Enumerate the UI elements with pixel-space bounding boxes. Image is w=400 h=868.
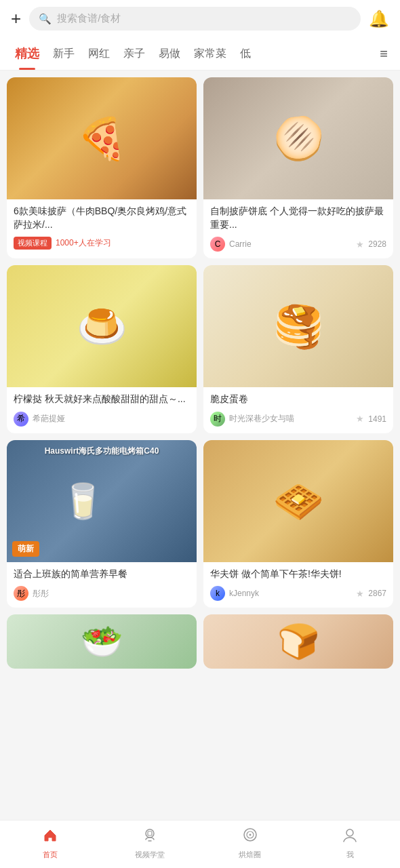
like-count: 2867 (368, 589, 386, 598)
author-name: Carrie (229, 239, 352, 249)
card-title: 脆皮蛋卷 (210, 393, 386, 406)
card-title: 适合上班族的简单营养早餐 (14, 568, 190, 581)
card-body: 柠檬挞 秋天就好来点酸酸甜甜的甜点～... 希 希葩提娅 (7, 387, 197, 433)
avatar: C (210, 237, 225, 252)
author-name: 彤彤 (33, 588, 190, 599)
author-name: 时光深巷少女与喵 (229, 413, 352, 425)
avatar: k (210, 586, 225, 601)
add-button[interactable]: + (11, 8, 21, 29)
bottom-nav-baking[interactable]: 烘焙圈 (200, 826, 300, 860)
card-crepe-roll[interactable]: 脆皮蛋卷 时 时光深巷少女与喵 ★ 1491 (203, 265, 393, 433)
tab-featured[interactable]: 精选 (8, 37, 46, 70)
like-count: 1491 (368, 414, 386, 424)
card-breakfast[interactable]: Hauswirt海氏多功能电烤箱C40 萌新 适合上班族的简单营养早餐 彤 彤彤 (7, 440, 197, 608)
card-title: 自制披萨饼底 个人觉得一款好吃的披萨最重要... (210, 205, 386, 231)
card-title: 柠檬挞 秋天就好来点酸酸甜甜的甜点～... (14, 393, 190, 406)
card-body: 华夫饼 做个简单下午茶!华夫饼! k kJennyk ★ 2867 (203, 562, 393, 608)
card-image-pizza1 (7, 77, 197, 199)
baking-icon (241, 826, 259, 848)
author-name: kJennyk (229, 589, 352, 598)
svg-rect-2 (148, 831, 152, 835)
card-image-bottom1 (7, 614, 197, 669)
avatar: 希 (14, 412, 28, 427)
card-footer: 希 希葩提娅 (14, 412, 190, 427)
card-pizza-course[interactable]: 6款美味披萨（牛肉BBQ/奥尔良烤鸡/意式萨拉米/... 视频课程 1000+人… (7, 77, 197, 258)
search-placeholder: 搜索食谱/食材 (57, 12, 121, 25)
card-title: 6款美味披萨（牛肉BBQ/奥尔良烤鸡/意式萨拉米/... (14, 205, 190, 231)
content-grid: 6款美味披萨（牛肉BBQ/奥尔良烤鸡/意式萨拉米/... 视频课程 1000+人… (0, 71, 400, 614)
nav-more-icon[interactable]: ≡ (376, 38, 392, 70)
search-icon: 🔍 (39, 13, 52, 25)
search-bar[interactable]: 🔍 搜索食谱/食材 (29, 7, 361, 31)
card-image-bottom2 (203, 614, 393, 669)
bottom-nav-me[interactable]: 我 (300, 826, 401, 860)
card-footer: 时 时光深巷少女与喵 ★ 1491 (210, 412, 386, 427)
star-icon: ★ (356, 239, 364, 250)
svg-point-0 (49, 831, 52, 833)
avatar: 彤 (14, 586, 28, 601)
card-partial-left[interactable] (7, 614, 197, 669)
card-body: 脆皮蛋卷 时 时光深巷少女与喵 ★ 1491 (203, 387, 393, 433)
card-pizza-base[interactable]: 自制披萨饼底 个人觉得一款好吃的披萨最重要... C Carrie ★ 2928 (203, 77, 393, 258)
tab-homestyle[interactable]: 家常菜 (187, 39, 233, 69)
svg-point-6 (346, 829, 353, 836)
bottom-nav: 首页 视频学堂 烘焙圈 我 (0, 820, 400, 868)
card-partial-right[interactable] (203, 614, 393, 669)
card-footer: 视频课程 1000+人在学习 (14, 237, 190, 250)
card-image-crepe (203, 265, 393, 387)
card-waffle[interactable]: 华夫饼 做个简单下午茶!华夫饼! k kJennyk ★ 2867 (203, 440, 393, 608)
card-footer: k kJennyk ★ 2867 (210, 586, 386, 601)
nav-tabs: 精选 新手 网红 亲子 易做 家常菜 低 ≡ (0, 37, 400, 71)
avatar: 时 (210, 412, 225, 427)
card-lemon-tart[interactable]: 柠檬挞 秋天就好来点酸酸甜甜的甜点～... 希 希葩提娅 (7, 265, 197, 433)
svg-point-5 (249, 834, 251, 836)
card-body: 自制披萨饼底 个人觉得一款好吃的披萨最重要... C Carrie ★ 2928 (203, 199, 393, 258)
svg-point-1 (146, 829, 154, 837)
video-badge: 视频课程 (14, 237, 52, 250)
baking-label: 烘焙圈 (239, 850, 261, 860)
me-icon (341, 826, 359, 848)
breakfast-image-wrapper: Hauswirt海氏多功能电烤箱C40 萌新 (7, 440, 197, 562)
card-image-waffle (203, 440, 393, 562)
star-icon: ★ (356, 589, 364, 599)
card-image-lemon (7, 265, 197, 387)
tab-family[interactable]: 亲子 (117, 39, 152, 69)
tab-beginner[interactable]: 新手 (46, 39, 81, 69)
video-icon (141, 826, 159, 848)
tab-low[interactable]: 低 (233, 39, 258, 69)
card-title: 华夫饼 做个简单下午茶!华夫饼! (210, 568, 386, 581)
card-footer: C Carrie ★ 2928 (210, 237, 386, 252)
home-label: 首页 (43, 850, 58, 860)
bottom-nav-video[interactable]: 视频学堂 (100, 826, 201, 860)
star-icon: ★ (356, 414, 364, 424)
card-image-pizza2 (203, 77, 393, 199)
like-count: 2928 (368, 239, 386, 249)
card-footer: 彤 彤彤 (14, 586, 190, 601)
tab-easy[interactable]: 易做 (152, 39, 187, 69)
header: + 🔍 搜索食谱/食材 🔔 (0, 0, 400, 37)
bell-icon[interactable]: 🔔 (369, 9, 389, 28)
home-icon (41, 826, 59, 848)
tab-popular[interactable]: 网红 (81, 39, 117, 69)
author-name: 希葩提娅 (33, 413, 190, 425)
me-label: 我 (346, 850, 354, 860)
partial-bottom-row (0, 614, 400, 675)
card-body: 6款美味披萨（牛肉BBQ/奥尔良烤鸡/意式萨拉米/... 视频课程 1000+人… (7, 199, 197, 256)
meng-xin-badge: 萌新 (12, 541, 39, 557)
video-label: 视频学堂 (135, 850, 165, 860)
card-body: 适合上班族的简单营养早餐 彤 彤彤 (7, 562, 197, 608)
learner-count: 1000+人在学习 (56, 237, 111, 249)
bottom-nav-home[interactable]: 首页 (0, 826, 100, 860)
